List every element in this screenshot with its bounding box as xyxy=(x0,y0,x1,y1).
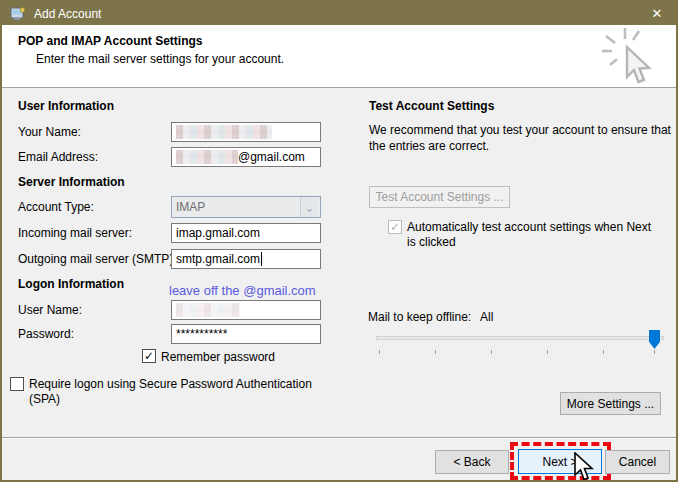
cancel-button-label: Cancel xyxy=(619,455,656,469)
redacted-username-value xyxy=(176,303,240,317)
more-settings-button[interactable]: More Settings ... xyxy=(560,392,661,415)
auto-test-checkbox[interactable]: ✓ xyxy=(388,220,402,234)
next-button-label: Next > xyxy=(542,455,577,469)
email-domain-text: @gmail.com xyxy=(238,150,305,164)
remember-password-checkbox[interactable]: ✓ xyxy=(142,349,156,363)
your-name-input[interactable] xyxy=(171,122,321,142)
account-type-value: IMAP xyxy=(176,200,205,214)
slider-tick xyxy=(379,350,380,354)
leave-off-annotation: leave off the @gmail.com xyxy=(169,283,316,298)
test-account-settings-button[interactable]: Test Account Settings ... xyxy=(369,186,510,208)
click-cursor-graphic xyxy=(600,27,662,87)
username-label: User Name: xyxy=(18,303,82,317)
incoming-server-value: imap.gmail.com xyxy=(176,226,260,240)
email-address-label: Email Address: xyxy=(18,150,98,164)
page-title: POP and IMAP Account Settings xyxy=(18,34,202,48)
slider-tick xyxy=(491,350,492,354)
mail-offline-label: Mail to keep offline: xyxy=(368,310,471,324)
page-subtitle: Enter the mail server settings for your … xyxy=(36,52,284,66)
back-button-label: < Back xyxy=(453,455,490,469)
outgoing-server-input[interactable]: smtp.gmail.com xyxy=(171,249,321,269)
footer-divider-highlight xyxy=(2,438,676,439)
username-input[interactable] xyxy=(171,300,321,320)
cancel-button[interactable]: Cancel xyxy=(605,450,670,474)
redacted-email-value xyxy=(176,150,238,164)
check-icon: ✓ xyxy=(390,221,400,233)
spa-checkbox[interactable] xyxy=(10,377,24,391)
mail-offline-value: All xyxy=(480,310,493,324)
close-icon[interactable]: ✕ xyxy=(636,0,678,27)
text-caret xyxy=(261,252,262,266)
spa-label: Require logon using Secure Password Auth… xyxy=(29,377,325,407)
test-account-settings-button-label: Test Account Settings ... xyxy=(375,190,503,204)
add-account-dialog: Add Account ✕ POP and IMAP Account Setti… xyxy=(0,0,678,482)
test-account-description: We recommend that you test your account … xyxy=(369,122,675,154)
user-information-heading: User Information xyxy=(18,99,114,113)
remember-password-label: Remember password xyxy=(161,350,275,364)
mail-offline-slider-track[interactable] xyxy=(376,336,664,340)
logon-information-heading: Logon Information xyxy=(18,277,124,291)
account-type-dropdown[interactable]: IMAP ⌄ xyxy=(171,196,321,218)
incoming-server-label: Incoming mail server: xyxy=(18,226,132,240)
title-bar: Add Account ✕ xyxy=(0,0,678,27)
server-information-heading: Server Information xyxy=(18,175,125,189)
more-settings-button-label: More Settings ... xyxy=(567,397,654,411)
password-label: Password: xyxy=(18,327,74,341)
check-icon: ✓ xyxy=(144,350,154,362)
test-account-settings-heading: Test Account Settings xyxy=(369,99,494,113)
auto-test-label: Automatically test account settings when… xyxy=(407,220,661,250)
add-account-icon xyxy=(10,6,26,22)
password-input[interactable]: *********** xyxy=(171,324,321,344)
back-button[interactable]: < Back xyxy=(435,450,509,474)
incoming-server-input[interactable]: imap.gmail.com xyxy=(171,223,321,243)
next-button[interactable]: Next > xyxy=(518,449,602,474)
slider-tick xyxy=(435,350,436,354)
your-name-label: Your Name: xyxy=(18,125,81,139)
account-type-label: Account Type: xyxy=(18,200,94,214)
password-masked-value: *********** xyxy=(176,327,227,341)
slider-tick xyxy=(547,350,548,354)
wizard-header: POP and IMAP Account Settings Enter the … xyxy=(2,25,676,88)
window-title: Add Account xyxy=(34,7,101,21)
slider-tick xyxy=(603,350,604,354)
slider-tick xyxy=(654,350,655,354)
redacted-name-value xyxy=(176,125,272,139)
outgoing-server-label: Outgoing mail server (SMTP): xyxy=(18,252,177,266)
outgoing-server-value: smtp.gmail.com xyxy=(176,252,260,266)
chevron-down-icon: ⌄ xyxy=(300,197,318,217)
email-address-input[interactable]: @gmail.com xyxy=(171,147,321,167)
mail-offline-slider-thumb[interactable] xyxy=(649,330,660,349)
